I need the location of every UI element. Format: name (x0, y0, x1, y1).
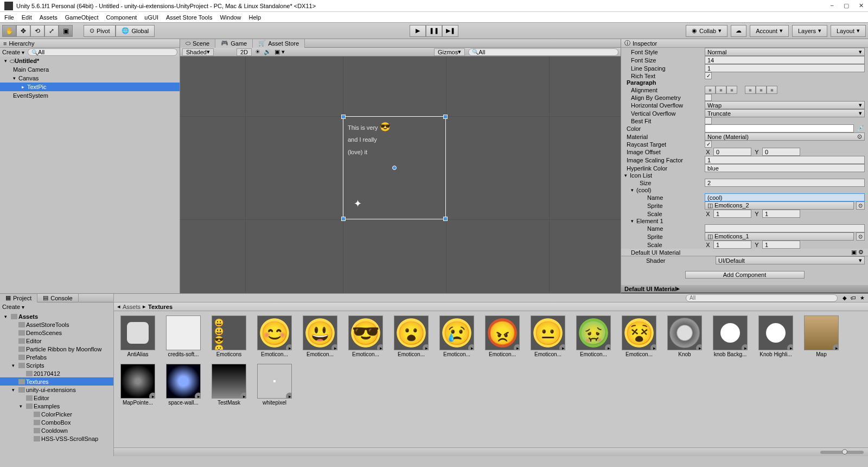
v-overflow-dropdown[interactable]: Truncate▾ (705, 109, 865, 117)
menu-window[interactable]: Window (220, 14, 241, 21)
image-scaling-input[interactable] (705, 156, 865, 164)
project-tree-20170412[interactable]: 20170412 (0, 369, 113, 377)
menu-component[interactable]: Component (106, 14, 137, 21)
search-label-icon[interactable]: 🏷 (850, 294, 857, 302)
hierarchy-item-textpic[interactable]: ▸TextPic (0, 83, 180, 91)
align-geo-checkbox[interactable] (705, 94, 712, 101)
asset-knob[interactable]: Knob (665, 315, 704, 357)
image-offset-y[interactable] (762, 148, 800, 156)
cool-name-input[interactable] (705, 193, 865, 201)
scene-canvas[interactable]: This is very 😎 and I really (love) it ✦ (180, 56, 621, 293)
breadcrumb-assets[interactable]: Assets (123, 304, 141, 310)
project-tree-hss-vss-scrollsnap[interactable]: HSS-VSS-ScrollSnap (0, 434, 113, 443)
layout-dropdown[interactable]: Layout ▾ (831, 25, 866, 37)
asset-emoticon-[interactable]: 😮Emoticon... (392, 315, 431, 357)
scene-audio-icon[interactable]: 🔊 (264, 48, 271, 55)
project-tree-examples[interactable]: ▾ Examples (0, 402, 113, 410)
iconlist-expander[interactable]: ▾ (624, 173, 630, 178)
cool-scale-y[interactable] (762, 210, 800, 218)
align-center[interactable]: ≡ (716, 86, 726, 94)
scene-2d-toggle[interactable]: 2D (237, 48, 252, 56)
asset-map[interactable]: Map (802, 315, 841, 357)
pause-button[interactable]: ❚❚ (426, 25, 442, 37)
scene-render-mode[interactable]: Shaded ▾ (182, 48, 214, 56)
menu-edit[interactable]: Edit (22, 14, 32, 21)
collab-dropdown[interactable]: ◉ Collab ▾ (686, 25, 727, 37)
menu-help[interactable]: Help (249, 14, 261, 21)
scene-search[interactable]: 🔍All (468, 48, 618, 56)
menu-ugui[interactable]: uGUI (144, 14, 158, 21)
cool-sprite-field[interactable]: ◫ Emoticons_2 (705, 201, 854, 210)
project-tree-demoscenes[interactable]: DemoScenes (0, 329, 113, 337)
asset-knob-highli-[interactable]: Knob Highli... (756, 315, 795, 357)
scene-gizmos[interactable]: Gizmos ▾ (434, 48, 465, 56)
project-search[interactable] (686, 294, 838, 302)
project-tree-unity-ui-extensions[interactable]: ▾ unity-ui-extensions (0, 386, 113, 394)
close-button[interactable]: ✕ (859, 2, 864, 9)
account-dropdown[interactable]: Account ▾ (750, 25, 789, 37)
asset-emoticon-[interactable]: 😎Emoticon... (346, 315, 385, 357)
asset-knob-backg-[interactable]: knob Backg... (711, 315, 750, 357)
search-star-icon[interactable]: ★ (858, 294, 866, 302)
eyedropper-icon[interactable]: 💉 (856, 124, 865, 132)
tab-scene[interactable]: ⬭ Scene (180, 39, 215, 48)
hierarchy-item-canvas[interactable]: ▾Canvas (0, 74, 180, 83)
elem1-sprite-picker[interactable]: ⊙ (856, 232, 865, 241)
hierarchy-item-eventsystem[interactable]: EventSystem (0, 91, 180, 100)
menu-assets[interactable]: Assets (40, 14, 58, 21)
project-tree-assetstoretools[interactable]: AssetStoreTools (0, 320, 113, 329)
asset-whitepixel[interactable]: whitepixel (255, 364, 294, 406)
project-tree-editor[interactable]: Editor (0, 337, 113, 345)
menu-gameobject[interactable]: GameObject (65, 14, 99, 21)
align-middle[interactable]: ≡ (756, 86, 767, 94)
project-tree-particle-ribbon-by-moonflow[interactable]: Particle Ribbon by Moonflow (0, 345, 113, 353)
cloud-button[interactable]: ☁ (731, 25, 746, 37)
elem1-scale-x[interactable] (713, 241, 751, 249)
align-right[interactable]: ≡ (726, 86, 737, 94)
zoom-slider[interactable] (820, 451, 864, 454)
menu-asset-store-tools[interactable]: Asset Store Tools (166, 14, 212, 21)
asset-emoticon-[interactable]: 🤢Emoticon... (574, 315, 613, 357)
elem1-sprite-field[interactable]: ◫ Emoticons_1 (705, 232, 854, 241)
cool-scale-x[interactable] (713, 210, 751, 218)
tab-game[interactable]: 🎮 Game (215, 39, 253, 48)
asset-emoticon-[interactable]: 😐Emoticon... (528, 315, 567, 357)
tab-project[interactable]: ▦ Project (0, 294, 37, 302)
material-options-icon[interactable]: ▣ ⚙ (851, 249, 864, 256)
rotate-tool[interactable]: ⟲ (30, 25, 44, 37)
scene-light-icon[interactable]: ☀ (255, 48, 260, 55)
asset-credits-soft-[interactable]: credits-soft... (164, 315, 203, 357)
play-button[interactable]: ▶ (410, 25, 426, 37)
project-create[interactable]: Create ▾ (2, 304, 24, 310)
menu-file[interactable]: File (4, 14, 14, 21)
project-tree-cooldown[interactable]: Cooldown (0, 426, 113, 434)
hierarchy-item-camera[interactable]: Main Camera (0, 65, 180, 74)
asset-emoticon-[interactable]: 😢Emoticon... (437, 315, 476, 357)
h-overflow-dropdown[interactable]: Wrap▾ (705, 101, 865, 109)
project-tree-prefabs[interactable]: Prefabs (0, 353, 113, 361)
layers-dropdown[interactable]: Layers ▾ (792, 25, 827, 37)
hierarchy-create[interactable]: Create ▾ (2, 49, 24, 55)
tab-assetstore[interactable]: 🛒 Asset Store (253, 39, 305, 48)
project-tree-textures[interactable]: Textures (0, 377, 113, 386)
line-spacing-input[interactable] (705, 64, 865, 72)
project-tree-scripts[interactable]: ▾ Scripts (0, 361, 113, 369)
hand-tool[interactable]: ✋ (2, 25, 16, 37)
project-tree-colorpicker[interactable]: ColorPicker (0, 410, 113, 418)
material-preview-header[interactable]: Default UI Material ▸ (621, 285, 868, 292)
rich-text-checkbox[interactable]: ✓ (705, 72, 712, 79)
search-filter-icon[interactable]: ◆ (841, 294, 848, 302)
scene-fx-icon[interactable]: ▣ ▾ (275, 48, 285, 55)
hyperlink-color-input[interactable] (705, 164, 865, 172)
asset-space-wall-[interactable]: space-wall... (164, 364, 203, 406)
project-tree-combobox[interactable]: ComboBox (0, 418, 113, 426)
step-button[interactable]: ▶❚ (442, 25, 458, 37)
best-fit-checkbox[interactable] (705, 117, 712, 124)
asset-emoticon-[interactable]: 😠Emoticon... (483, 315, 522, 357)
project-tree-assets[interactable]: ▾ Assets (0, 312, 113, 320)
elem1-scale-y[interactable] (762, 241, 800, 249)
font-style-dropdown[interactable]: Normal▾ (705, 48, 865, 56)
asset-mappointe-[interactable]: MapPointe... (118, 364, 157, 406)
material-field[interactable]: None (Material)⊙ (705, 132, 865, 141)
breadcrumb-nav-icon[interactable]: ◂ (117, 303, 120, 310)
